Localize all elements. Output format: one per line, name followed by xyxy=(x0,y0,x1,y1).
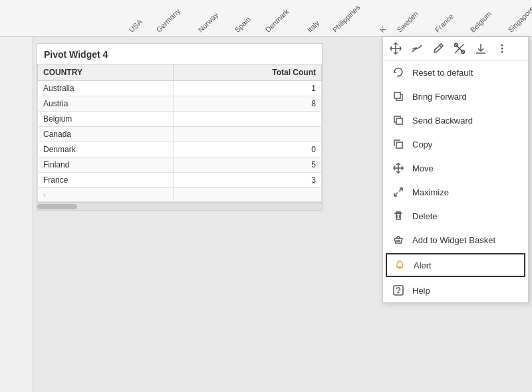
cell-value: 1 xyxy=(174,81,322,96)
axis-label: Singapore xyxy=(507,5,532,34)
scissors-icon[interactable] xyxy=(452,41,467,56)
col-header-total: Total Count xyxy=(174,64,322,81)
menu-label-add-basket: Add to Widget Basket xyxy=(412,235,495,245)
menu-label-send-backward: Send Backward xyxy=(412,116,473,126)
svg-point-9 xyxy=(501,45,503,47)
table-row: Canada xyxy=(38,127,322,142)
copy-icon xyxy=(392,138,404,150)
reset-icon xyxy=(392,66,404,78)
help-icon xyxy=(392,284,404,296)
menu-label-maximize: Maximize xyxy=(412,187,449,197)
left-panel: ▲ ▼ xyxy=(0,0,33,392)
svg-point-11 xyxy=(501,51,503,53)
axis-label: Italy xyxy=(305,19,321,34)
send-backward-icon xyxy=(392,114,404,126)
cell-value xyxy=(174,112,322,127)
cell-value: 0 xyxy=(174,142,322,157)
cell-value xyxy=(174,188,322,202)
svg-rect-13 xyxy=(394,92,400,98)
cell-value: 3 xyxy=(174,173,322,188)
table-scrollbar[interactable] xyxy=(37,202,322,210)
toolbar-icons-row xyxy=(383,37,528,60)
cell-country: Finland xyxy=(38,157,174,173)
menu-label-alert: Alert xyxy=(414,260,432,270)
table-row: Austria 8 xyxy=(38,96,322,112)
cell-value xyxy=(174,127,322,142)
cell-country: Denmark xyxy=(38,142,174,157)
cell-value: 8 xyxy=(174,96,322,112)
axis-label: K xyxy=(378,25,388,34)
menu-label-reset: Reset to default xyxy=(412,68,473,78)
menu-label-bring-forward: Bring Forward xyxy=(412,92,467,102)
table-row: Finland 5 xyxy=(38,157,322,173)
widget-title: Pivot Widget 4 xyxy=(37,44,322,64)
cell-country: ‹ xyxy=(38,188,174,202)
context-menu: Reset to default Bring Forward xyxy=(383,60,528,302)
axis-label: Philippines xyxy=(331,3,362,34)
edit-icon[interactable] xyxy=(410,41,424,56)
axis-label: Spain xyxy=(233,15,252,34)
table-row: Denmark 0 xyxy=(38,142,322,157)
menu-item-move[interactable]: Move xyxy=(383,156,528,180)
menu-item-delete[interactable]: Delete xyxy=(383,204,528,228)
menu-item-bring-forward[interactable]: Bring Forward xyxy=(383,84,528,108)
menu-label-move: Move xyxy=(412,163,434,173)
top-axis: USA Germany Norway Spain Denmark Italy P… xyxy=(0,0,532,37)
menu-item-add-basket[interactable]: Add to Widget Basket xyxy=(383,228,528,252)
svg-point-30 xyxy=(398,292,399,293)
pivot-table: COUNTRY Total Count Australia 1 Austria … xyxy=(37,64,322,202)
basket-icon xyxy=(392,234,404,246)
menu-item-alert[interactable]: Alert xyxy=(386,253,525,277)
cell-country: Belgium xyxy=(38,112,174,127)
table-row: Belgium xyxy=(38,112,322,127)
menu-label-copy: Copy xyxy=(412,140,432,149)
axis-label: Denmark xyxy=(264,7,291,34)
maximize-icon xyxy=(392,186,404,198)
axis-labels: USA Germany Norway Spain Denmark Italy P… xyxy=(133,0,532,37)
alert-bell-icon xyxy=(394,259,406,271)
svg-rect-15 xyxy=(396,118,402,124)
svg-line-2 xyxy=(440,45,442,47)
scroll-thumb[interactable] xyxy=(37,204,77,209)
cell-country: France xyxy=(38,173,174,188)
svg-rect-16 xyxy=(396,142,402,148)
cell-country: Austria xyxy=(38,96,174,112)
menu-item-maximize[interactable]: Maximize xyxy=(383,180,528,204)
menu-label-help: Help xyxy=(412,286,430,296)
table-row: ‹ xyxy=(38,188,322,202)
menu-item-reset[interactable]: Reset to default xyxy=(383,60,528,84)
move-menu-icon xyxy=(392,162,404,174)
menu-item-help[interactable]: Help xyxy=(383,278,528,302)
bring-forward-icon xyxy=(392,90,404,102)
axis-label: Belgium xyxy=(468,9,493,34)
axis-label: USA xyxy=(128,18,144,34)
menu-label-delete: Delete xyxy=(412,211,438,221)
col-header-country: COUNTRY xyxy=(38,64,174,81)
menu-item-send-backward[interactable]: Send Backward xyxy=(383,108,528,132)
more-icon[interactable] xyxy=(495,41,509,56)
table-row: Australia 1 xyxy=(38,81,322,96)
cell-country: Australia xyxy=(38,81,174,96)
axis-label: Sweden xyxy=(395,9,420,34)
widget-container: Pivot Widget 4 COUNTRY Total Count Austr… xyxy=(37,43,323,211)
menu-item-copy[interactable]: Copy xyxy=(383,132,528,156)
cell-value: 5 xyxy=(174,157,322,173)
cell-country: Canada xyxy=(38,127,174,142)
svg-rect-21 xyxy=(396,212,400,213)
move-icon[interactable] xyxy=(388,41,403,56)
delete-icon xyxy=(392,210,404,222)
table-row: France 3 xyxy=(38,173,322,188)
main-content: Pivot Widget 4 COUNTRY Total Count Austr… xyxy=(33,37,532,392)
context-toolbar: Reset to default Bring Forward xyxy=(382,37,529,303)
axis-label: Germany xyxy=(154,7,181,34)
axis-label: Norway xyxy=(196,11,219,34)
svg-point-10 xyxy=(501,48,503,50)
download-icon[interactable] xyxy=(473,41,488,56)
axis-label: France xyxy=(434,12,456,34)
pencil-icon[interactable] xyxy=(431,41,446,56)
